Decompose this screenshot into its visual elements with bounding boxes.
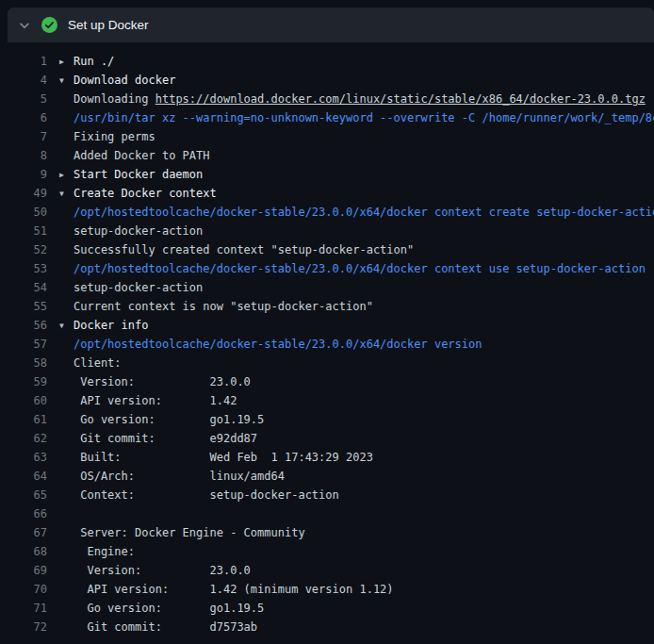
log-line: 52Successfully created context "setup-do… — [0, 240, 654, 259]
expand-group-icon[interactable]: ▶ — [59, 171, 74, 179]
log-text: Version: 23.0.0 — [74, 375, 251, 388]
log-line: 64 OS/Arch: linux/amd64 — [0, 467, 654, 486]
log-text: Built: Wed Feb 1 17:43:29 2023 — [74, 451, 373, 464]
log-line: 61 Go version: go1.19.5 — [0, 410, 654, 429]
line-number[interactable]: 7 — [0, 130, 47, 143]
line-number[interactable]: 50 — [0, 206, 47, 219]
command-text: /opt/hostedtoolcache/docker-stable/23.0.… — [74, 206, 654, 219]
line-number[interactable]: 6 — [0, 111, 47, 124]
log-line: 9▶Start Docker daemon — [0, 165, 654, 184]
success-check-icon — [40, 17, 58, 33]
log-line: 55Current context is now "setup-docker-a… — [0, 297, 654, 316]
actions-log-page: Set up Docker 1▶Run ./4▼Download docker5… — [0, 8, 654, 636]
line-number[interactable]: 53 — [0, 262, 47, 275]
log-line: 49▼Create Docker context — [0, 184, 654, 203]
log-line: 67 Server: Docker Engine - Community — [0, 523, 654, 542]
group-title: Download docker — [74, 74, 175, 87]
command-text: /usr/bin/tar xz --warning=no-unknown-key… — [74, 111, 654, 124]
line-number[interactable]: 4 — [0, 74, 47, 87]
log-text: OS/Arch: linux/amd64 — [74, 470, 285, 483]
line-number[interactable]: 49 — [0, 187, 47, 200]
log-line: 6/usr/bin/tar xz --warning=no-unknown-ke… — [0, 108, 654, 127]
line-number[interactable]: 51 — [0, 224, 47, 238]
log-text: Engine: — [74, 545, 135, 558]
log-line: 62 Git commit: e92dd87 — [0, 429, 654, 448]
log-line: 57/opt/hostedtoolcache/docker-stable/23.… — [0, 335, 654, 354]
line-number[interactable]: 64 — [0, 470, 47, 483]
log-line: 8Added Docker to PATH — [0, 146, 654, 165]
log-text: API version: 1.42 — [74, 394, 237, 407]
log-line: 69 Version: 23.0.0 — [0, 561, 654, 580]
log-line: 70 API version: 1.42 (minimum version 1.… — [0, 580, 654, 599]
command-text: /opt/hostedtoolcache/docker-stable/23.0.… — [74, 262, 646, 275]
chevron-down-icon[interactable] — [15, 19, 34, 32]
step-header[interactable]: Set up Docker — [8, 8, 654, 42]
log-line: 7Fixing perms — [0, 127, 654, 146]
log-line: 53/opt/hostedtoolcache/docker-stable/23.… — [0, 259, 654, 278]
log-line: 71 Go version: go1.19.5 — [0, 599, 654, 618]
log-line: 63 Built: Wed Feb 1 17:43:29 2023 — [0, 448, 654, 467]
log-line: 72 Git commit: d7573ab — [0, 618, 654, 636]
log-text: Git commit: d7573ab — [74, 620, 257, 634]
log-text: Client: — [74, 356, 122, 370]
collapse-group-icon[interactable]: ▼ — [59, 76, 74, 85]
log-text: Version: 23.0.0 — [74, 564, 251, 577]
line-number[interactable]: 63 — [0, 451, 47, 464]
log-text: Git commit: e92dd87 — [74, 432, 257, 445]
line-number[interactable]: 66 — [0, 507, 47, 520]
log-link[interactable]: https://download.docker.com/linux/static… — [155, 92, 646, 106]
log-line: 66 — [0, 504, 654, 523]
log-line: 68 Engine: — [0, 542, 654, 561]
command-text: /opt/hostedtoolcache/docker-stable/23.0.… — [74, 338, 482, 351]
log-line: 5Downloading https://download.docker.com… — [0, 90, 654, 108]
line-number[interactable]: 72 — [0, 620, 47, 634]
line-number[interactable]: 65 — [0, 488, 47, 502]
line-number[interactable]: 58 — [0, 356, 47, 370]
line-number[interactable]: 60 — [0, 394, 47, 407]
log-line: 65 Context: setup-docker-action — [0, 486, 654, 504]
log-text: Current context is now "setup-docker-act… — [74, 300, 373, 313]
log-line: 50/opt/hostedtoolcache/docker-stable/23.… — [0, 203, 654, 222]
log-line: 54setup-docker-action — [0, 278, 654, 297]
line-number[interactable]: 56 — [0, 319, 47, 332]
log-line: 51setup-docker-action — [0, 222, 654, 240]
log-line: 58Client: — [0, 354, 654, 372]
log-line: 4▼Download docker — [0, 71, 654, 90]
log-line: 59 Version: 23.0.0 — [0, 372, 654, 391]
log-text: Server: Docker Engine - Community — [74, 526, 305, 539]
line-number[interactable]: 55 — [0, 300, 47, 313]
line-number[interactable]: 8 — [0, 149, 47, 162]
log-text: API version: 1.42 (minimum version 1.12) — [74, 583, 394, 596]
log-line: 60 API version: 1.42 — [0, 391, 654, 410]
line-number[interactable]: 67 — [0, 526, 47, 539]
expand-group-icon[interactable]: ▶ — [59, 58, 74, 66]
collapse-group-icon[interactable]: ▼ — [59, 322, 74, 330]
line-number[interactable]: 1 — [0, 55, 47, 68]
line-number[interactable]: 9 — [0, 168, 47, 181]
line-number[interactable]: 62 — [0, 432, 47, 445]
log-text: Go version: go1.19.5 — [74, 413, 264, 426]
log-text: Successfully created context "setup-dock… — [74, 243, 414, 256]
group-title: Create Docker context — [74, 187, 217, 200]
log-text: Downloading https://download.docker.com/… — [74, 92, 646, 106]
log-text: setup-docker-action — [74, 281, 203, 294]
line-number[interactable]: 52 — [0, 243, 47, 256]
line-number[interactable]: 61 — [0, 413, 47, 426]
line-number[interactable]: 57 — [0, 338, 47, 351]
log-line: 56▼Docker info — [0, 316, 654, 335]
line-number[interactable]: 59 — [0, 375, 47, 388]
line-number[interactable]: 5 — [0, 92, 47, 106]
collapse-group-icon[interactable]: ▼ — [59, 190, 74, 198]
line-number[interactable]: 71 — [0, 602, 47, 615]
line-number[interactable]: 68 — [0, 545, 47, 558]
line-number[interactable]: 70 — [0, 583, 47, 596]
log-text: Context: setup-docker-action — [74, 488, 339, 502]
log-container: 1▶Run ./4▼Download docker5Downloading ht… — [0, 42, 654, 636]
step-title: Set up Docker — [68, 18, 149, 32]
line-number[interactable]: 69 — [0, 564, 47, 577]
group-title: Docker info — [74, 319, 148, 332]
log-line: 1▶Run ./ — [0, 52, 654, 71]
log-text: Fixing perms — [74, 130, 155, 143]
line-number[interactable]: 54 — [0, 281, 47, 294]
group-title: Run ./ — [74, 55, 114, 68]
